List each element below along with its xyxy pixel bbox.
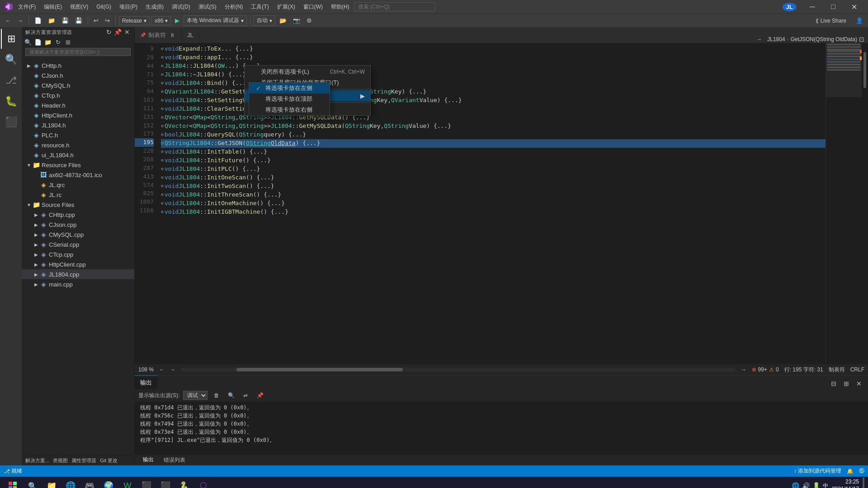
forward-button[interactable]: → (15, 16, 25, 25)
start-button[interactable] (4, 478, 22, 488)
taskbar-search[interactable]: 🔍 (24, 478, 42, 488)
ctx-close-all-tabs[interactable]: 关闭所有选项卡(L) Ctrl+K, Ctrl+W (245, 66, 370, 77)
sync-icon[interactable]: ↻ (105, 28, 113, 36)
tree-item-qrc[interactable]: ◈ JL.qrc (22, 180, 134, 190)
camera-button[interactable]: 📷 (291, 16, 302, 25)
open-button[interactable]: 📁 (46, 16, 57, 25)
tree-item-chttp-cpp[interactable]: ▶ ◈ CHttp.cpp (22, 210, 134, 220)
sidebar-search-input[interactable] (25, 48, 131, 56)
tree-item-main-cpp[interactable]: ▶ ◈ main.cpp (22, 279, 134, 289)
menu-test[interactable]: 测试(S) (195, 2, 220, 12)
tab-biaofufu[interactable]: 📌 制表符 ⏸ (135, 27, 182, 43)
menu-git[interactable]: Git(G) (93, 3, 115, 11)
word-wrap-icon[interactable]: ⇌ (240, 390, 251, 401)
tree-item-jl1804-cpp[interactable]: ▶ ◈ JL1804.cpp (22, 269, 134, 279)
menu-extensions[interactable]: 扩展(X) (274, 2, 299, 12)
user-settings-button[interactable]: 👤 (854, 16, 865, 25)
taskbar-edge[interactable]: 🌐 (61, 478, 80, 488)
pin-output-icon[interactable]: 📌 (255, 390, 265, 401)
tree-item-source-files[interactable]: ▼ 📁 Source Files (22, 200, 134, 210)
tree-item-resource-h[interactable]: ◈ resource.h (22, 140, 134, 150)
menu-window[interactable]: 窗口(W) (300, 2, 326, 12)
h-scrollbar-thumb[interactable] (236, 368, 403, 371)
tree-item-ctcp-cpp[interactable]: ▶ ◈ CTcp.cpp (22, 249, 134, 259)
sidebar-new-folder-icon[interactable]: 📁 (43, 38, 52, 47)
breadcrumb-function[interactable]: GetJSON(QString OldData) (791, 36, 857, 42)
auto-dropdown[interactable]: 自动 ▾ (254, 15, 275, 26)
maximize-button[interactable]: □ (823, 0, 844, 14)
open-file-button[interactable]: 📂 (277, 16, 289, 25)
tree-item-cjson-cpp[interactable]: ▶ ◈ CJson.cpp (22, 220, 134, 230)
panel-close-icon[interactable]: ✕ (854, 378, 864, 389)
tree-item-plc-h[interactable]: ◈ PLC.h (22, 130, 134, 140)
line-ending[interactable]: CRLF (850, 366, 864, 373)
tree-item-cmysql-h[interactable]: ◈ CMySQL.h (22, 80, 134, 90)
activity-debug[interactable]: 🐛 (1, 91, 21, 111)
taskbar-app5[interactable]: ⬛ (137, 478, 156, 488)
tree-item-ico[interactable]: 🖼 ax6t2-4873z-001.ico (22, 170, 134, 180)
sidebar-collapse-icon[interactable]: ⊞ (63, 38, 72, 47)
taskbar-vs[interactable]: ⬡ (194, 478, 212, 488)
activity-explorer[interactable]: ⊞ (1, 29, 21, 49)
status-git[interactable]: ⎇ 就绪 (4, 467, 22, 475)
status-source-control[interactable]: ↑ 添加到源代码管理 (794, 467, 841, 475)
panel-tab-output[interactable]: 输出 (135, 375, 157, 389)
menu-build[interactable]: 生成(B) (142, 2, 167, 12)
solution-link[interactable]: 解决方案... (25, 457, 49, 464)
class-view-link[interactable]: 类视图 (53, 457, 68, 464)
show-desktop-button[interactable] (863, 478, 864, 488)
tree-item-rc[interactable]: ◈ JL.rc (22, 190, 134, 200)
scrollbar-thumb[interactable] (863, 52, 866, 88)
settings-button[interactable]: ⚙ (304, 16, 314, 25)
scroll-right[interactable]: → (741, 366, 746, 373)
zoom-level[interactable]: 108 % (138, 366, 154, 373)
submenu-tab-left[interactable]: ✓ 将选项卡放在左侧 (249, 83, 330, 94)
menu-edit[interactable]: 编辑(E) (40, 2, 66, 12)
horizontal-scrollbar[interactable] (181, 368, 736, 371)
tab-indicator[interactable]: 制表符 (829, 366, 845, 374)
configuration-dropdown[interactable]: Release ▾ (119, 16, 150, 25)
back-button[interactable]: ← (3, 16, 13, 25)
tree-item-cserial-cpp[interactable]: ▶ ◈ CSerial.cpp (22, 239, 134, 249)
save-all-button[interactable]: 💾 (73, 16, 85, 25)
status-num[interactable]: ⑮ (859, 467, 864, 475)
sidebar-refresh-icon[interactable]: ↻ (53, 38, 62, 47)
taskbar-app7[interactable]: 🐍 (175, 478, 193, 488)
activity-extensions[interactable]: ⬛ (1, 112, 21, 132)
menu-help[interactable]: 帮助(H) (327, 2, 353, 12)
split-editor-icon[interactable]: ⊡ (859, 36, 864, 43)
submenu-tab-right[interactable]: 将选项卡放在右侧 (249, 104, 330, 115)
taskbar-word[interactable]: W (118, 478, 137, 488)
live-share-button[interactable]: ⟪ Live Share (812, 17, 850, 25)
menu-project[interactable]: 项目(P) (116, 2, 141, 12)
tab-close-button[interactable]: ⏸ (169, 32, 176, 39)
nav-forward[interactable]: → (170, 366, 175, 373)
platform-dropdown[interactable]: x86 ▾ (151, 16, 171, 25)
menu-analyze[interactable]: 分析(N) (221, 2, 247, 12)
pin-icon[interactable]: 📌 (114, 28, 122, 36)
close-button[interactable]: ✕ (844, 0, 864, 14)
properties-link[interactable]: 属性管理器 (71, 457, 96, 464)
menu-debug[interactable]: 调试(D) (168, 2, 194, 12)
status-notification[interactable]: 🔔 (847, 468, 854, 474)
tree-item-resource-files[interactable]: ▼ 📁 Resource Files (22, 160, 134, 170)
menu-file[interactable]: 文件(F) (14, 2, 39, 12)
tree-item-cmysql-cpp[interactable]: ▶ ◈ CMySQL.cpp (22, 230, 134, 239)
tab-nav-icon[interactable]: → (756, 36, 762, 42)
new-project-button[interactable]: 📄 (32, 16, 44, 25)
find-output-icon[interactable]: 🔍 (226, 390, 236, 401)
submenu-tab-top[interactable]: 将选项卡放在顶部 (249, 94, 330, 104)
row-col[interactable]: 行: 195 字符: 31 (784, 366, 823, 374)
output-source-select[interactable]: 调试 (183, 391, 208, 400)
tree-item-cjson-h[interactable]: ◈ CJson.h (22, 70, 134, 80)
panel-split-icon[interactable]: ⊟ (828, 378, 839, 389)
panel-maximize-icon[interactable]: ⊞ (841, 378, 852, 389)
minimize-button[interactable]: ─ (802, 0, 823, 14)
tree-item-httpclient-h[interactable]: ◈ HttpClient.h (22, 110, 134, 120)
activity-git[interactable]: ⎇ (1, 70, 21, 90)
taskbar-app3[interactable]: 🎮 (80, 478, 99, 488)
panel-tab-errors[interactable]: 错误列表 (159, 455, 190, 466)
sidebar-new-file-icon[interactable]: 📄 (33, 38, 42, 47)
run-button[interactable]: ▶ (173, 16, 182, 25)
clear-output-icon[interactable]: 🗑 (211, 390, 222, 401)
